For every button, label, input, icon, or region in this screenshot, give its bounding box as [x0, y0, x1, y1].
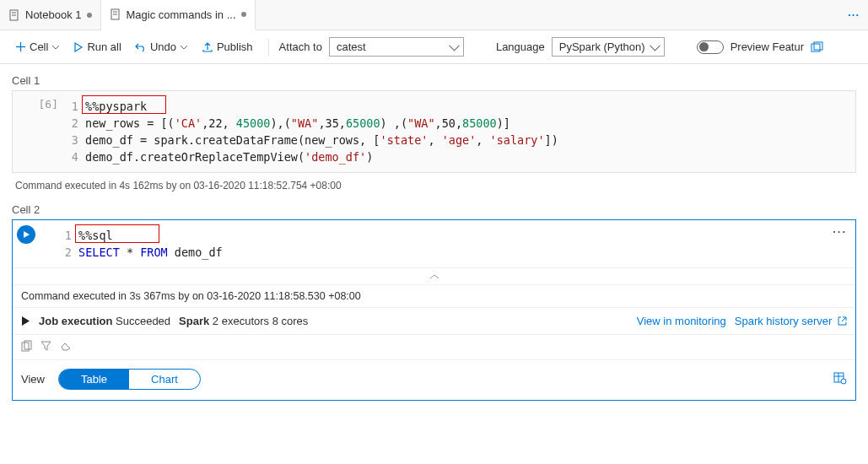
notebook-content: Cell 1 [6] 1234 %%pyspark new_rows = [('…: [0, 64, 868, 411]
external-link-icon: [838, 316, 847, 326]
play-icon: [73, 42, 84, 52]
clear-output-icon[interactable]: [60, 340, 72, 354]
button-label: Undo: [150, 40, 176, 53]
code-editor[interactable]: 12 %%sql SELECT * FROM demo_df ···: [40, 220, 855, 267]
chevron-down-icon: [180, 43, 188, 51]
play-icon: [22, 230, 30, 239]
chevron-up-icon: [429, 273, 439, 280]
notebook-icon: [8, 9, 20, 21]
attach-to-dropdown[interactable]: catest: [329, 37, 464, 57]
job-execution-row: Job execution Succeeded Spark 2 executor…: [13, 307, 855, 334]
view-toggle: Table Chart: [58, 369, 201, 390]
tab-magic-commands[interactable]: Magic commands in ...: [101, 0, 256, 30]
highlight-box: [75, 224, 159, 243]
run-cell-button[interactable]: [17, 225, 35, 244]
publish-icon: [202, 41, 213, 53]
undo-icon: [135, 42, 147, 52]
view-chart-tab[interactable]: Chart: [129, 370, 200, 389]
output-view-row: View Table Chart: [13, 359, 855, 400]
tab-notebook1[interactable]: Notebook 1: [0, 0, 101, 30]
undo-button[interactable]: Undo: [130, 37, 193, 57]
cell-2: 12 %%sql SELECT * FROM demo_df ··· Comma…: [12, 219, 856, 401]
tab-label: Notebook 1: [25, 8, 82, 21]
cell-1-status: Command executed in 4s 162ms by on 03-16…: [12, 173, 856, 203]
cell-1[interactable]: [6] 1234 %%pyspark new_rows = [('CA',22,…: [12, 90, 856, 173]
tab-label: Magic commands in ...: [127, 8, 236, 21]
toolbar: Cell Run all Undo Publish Attach to cate…: [0, 30, 868, 64]
unsaved-dot-icon: [87, 13, 92, 18]
play-solid-icon: [21, 316, 30, 326]
svg-rect-9: [814, 42, 822, 50]
language-label: Language: [496, 40, 545, 53]
language-dropdown[interactable]: PySpark (Python): [552, 37, 665, 57]
cell-2-status: Command executed in 3s 367ms by on 03-16…: [13, 284, 855, 307]
view-table-tab[interactable]: Table: [59, 370, 129, 389]
preview-icon: [811, 41, 824, 53]
cell-1-label: Cell 1: [12, 74, 856, 87]
preview-features-label: Preview Featur: [731, 40, 804, 53]
view-in-monitoring-link[interactable]: View in monitoring: [637, 315, 726, 327]
collapse-handle[interactable]: [13, 267, 855, 284]
tabs-overflow-button[interactable]: ···: [839, 0, 868, 30]
cell-actions-menu[interactable]: ···: [833, 225, 847, 238]
plus-icon: [15, 41, 26, 52]
notebook-icon: [110, 8, 121, 20]
button-label: Run all: [87, 40, 121, 53]
add-cell-button[interactable]: Cell: [10, 37, 65, 57]
button-label: Cell: [30, 40, 48, 53]
spark-history-server-link[interactable]: Spark history server: [735, 315, 847, 327]
svg-rect-8: [811, 44, 820, 51]
output-toolbar: [13, 334, 855, 359]
code-content: %%pyspark new_rows = [('CA',22, 45000),(…: [85, 98, 855, 165]
attach-to-label: Attach to: [279, 40, 322, 53]
button-label: Publish: [217, 40, 253, 53]
view-label: View: [21, 373, 45, 386]
execution-count: [6]: [13, 91, 63, 172]
cell-2-label: Cell 2: [12, 203, 856, 216]
svg-point-15: [841, 379, 846, 384]
chevron-down-icon: [51, 43, 60, 51]
table-export-icon: [833, 372, 847, 385]
dropdown-value: catest: [337, 40, 366, 53]
separator: [268, 39, 269, 56]
filter-output-icon[interactable]: [40, 340, 51, 354]
code-content: %%sql SELECT * FROM demo_df: [78, 227, 855, 261]
copy-output-icon[interactable]: [21, 340, 32, 354]
publish-button[interactable]: Publish: [197, 37, 258, 57]
dropdown-value: PySpark (Python): [559, 40, 645, 53]
code-editor[interactable]: 1234 %%pyspark new_rows = [('CA',22, 450…: [63, 91, 855, 172]
preview-features-toggle[interactable]: [697, 40, 724, 54]
highlight-box: [82, 95, 166, 114]
editor-tabs: Notebook 1 Magic commands in ... ···: [0, 0, 868, 30]
run-all-button[interactable]: Run all: [68, 37, 126, 57]
spark-info: Spark 2 executors 8 cores: [179, 315, 308, 327]
export-result-button[interactable]: [833, 372, 847, 387]
job-execution-label: Job execution Succeeded: [39, 315, 170, 327]
unsaved-dot-icon: [241, 12, 246, 17]
